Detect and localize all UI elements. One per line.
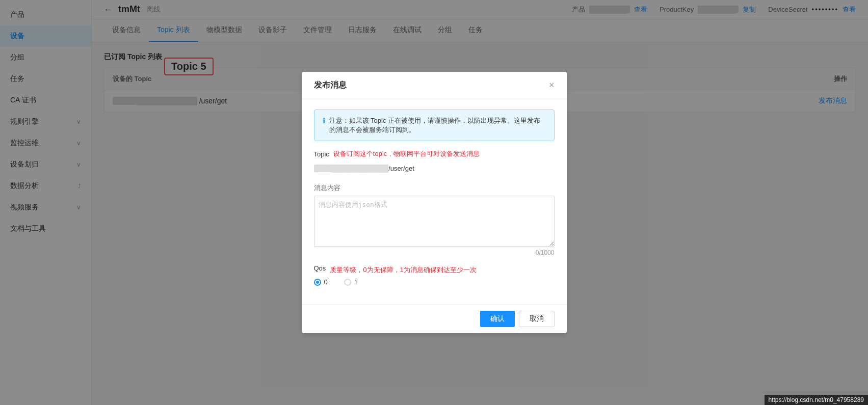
dialog-overlay[interactable]: 发布消息 × ℹ 注意：如果该 Topic 正在被使用，请谨慎操作，以防出现异常… <box>0 0 868 405</box>
dialog-footer: 确认 取消 <box>302 304 567 333</box>
publish-dialog: 发布消息 × ℹ 注意：如果该 Topic 正在被使用，请谨慎操作，以防出现异常… <box>302 72 567 333</box>
topic-value-masked: /a1dM████████████ <box>314 165 389 172</box>
dialog-body: ℹ 注意：如果该 Topic 正在被使用，请谨慎操作，以防出现异常。这里发布的消… <box>302 99 567 304</box>
qos-annotation: 质量等级，0为无保障，1为消息确保到达至少一次 <box>330 265 476 275</box>
qos-1-label: 1 <box>354 278 358 286</box>
qos-option-0[interactable]: 0 <box>314 278 328 286</box>
confirm-button[interactable]: 确认 <box>480 311 515 327</box>
qos-form-row: Qos 质量等级，0为无保障，1为消息确保到达至少一次 0 1 <box>314 264 555 286</box>
dialog-header: 发布消息 × <box>302 72 567 99</box>
radio-1-dot <box>344 279 351 286</box>
alert-text: 注意：如果该 Topic 正在被使用，请谨慎操作，以防出现异常。这里发布的消息不… <box>329 116 546 134</box>
msg-form-row: 消息内容 0/1000 <box>314 183 555 256</box>
topic-annotation: 设备订阅这个topic，物联网平台可对设备发送消息 <box>333 149 480 158</box>
dialog-title: 发布消息 <box>314 80 347 91</box>
dialog-close-button[interactable]: × <box>549 80 555 91</box>
topic-label-row: Topic 设备订阅这个topic，物联网平台可对设备发送消息 <box>314 149 555 158</box>
alert-box: ℹ 注意：如果该 Topic 正在被使用，请谨慎操作，以防出现异常。这里发布的消… <box>314 110 555 141</box>
topic-label: Topic <box>314 150 329 158</box>
radio-0-dot <box>314 279 321 286</box>
qos-options: 0 1 <box>314 278 555 286</box>
topic-value-suffix: /user/get <box>388 165 414 172</box>
msg-input[interactable] <box>314 196 555 247</box>
qos-label: Qos <box>314 264 326 272</box>
qos-option-1[interactable]: 1 <box>344 278 358 286</box>
topic-value: /a1dM████████████/user/get <box>314 161 555 175</box>
msg-label: 消息内容 <box>314 183 555 193</box>
info-icon: ℹ <box>323 117 325 134</box>
char-count: 0/1000 <box>314 249 555 256</box>
qos-0-label: 0 <box>324 278 328 286</box>
cancel-button[interactable]: 取消 <box>519 311 555 327</box>
url-bar: https://blog.csdn.net/m0_47958289 <box>765 395 868 405</box>
topic-form-row: Topic 设备订阅这个topic，物联网平台可对设备发送消息 /a1dM███… <box>314 149 555 175</box>
